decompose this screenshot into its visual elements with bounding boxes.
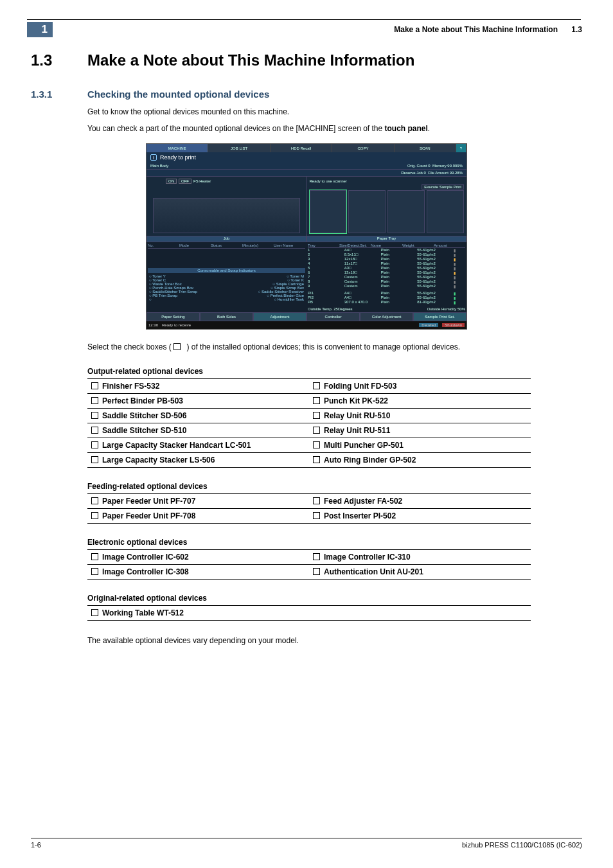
device-label: Image Controller IC-602	[102, 553, 189, 562]
device-cell: Relay Unit RU-511	[309, 423, 531, 438]
device-row: Large Capacity Stacker LS-506Auto Ring B…	[87, 453, 531, 468]
device-checkbox[interactable]	[91, 397, 98, 404]
device-label: Working Table WT-512	[102, 608, 184, 617]
device-cell: Saddle Stitcher SD-510	[87, 423, 309, 438]
device-cell: Feed Adjuster FA-502	[309, 494, 531, 509]
device-row: Saddle Stitcher SD-506Relay Unit RU-510	[87, 409, 531, 423]
device-label: Image Controller IC-310	[324, 553, 411, 562]
ss-tray-row: 9CustomPlain55-61g/m2▮	[308, 284, 465, 288]
device-label: Post Inserter PI-502	[324, 511, 396, 520]
ss-tray-row: PI2A4□Plain55-61g/m2▮	[308, 296, 465, 300]
device-label: Punch Kit PK-522	[324, 396, 388, 405]
h2-title: Checking the mounted optional devices	[87, 89, 269, 100]
device-cell: Punch Kit PK-522	[309, 394, 531, 409]
device-checkbox[interactable]	[91, 512, 98, 519]
device-table: Finisher FS-532Folding Unit FD-503Perfec…	[87, 378, 531, 468]
ss-tab-hddrecall: HDD Recall	[271, 144, 332, 152]
device-checkbox[interactable]	[91, 497, 98, 504]
ss-heater-off: OFF	[179, 179, 191, 184]
device-row: Paper Feeder Unit PF-707Feed Adjuster FA…	[87, 494, 531, 509]
device-cell: Finisher FS-532	[87, 379, 309, 394]
device-checkbox[interactable]	[313, 427, 320, 434]
device-checkbox[interactable]	[313, 456, 320, 463]
ss-btn-both-sides: Both Sides	[200, 312, 253, 321]
device-table: Image Controller IC-602Image Controller …	[87, 549, 531, 580]
device-cell: Folding Unit FD-503	[309, 379, 531, 394]
ss-help-icon: ?	[456, 144, 466, 152]
ss-status-detailed: Detailed	[419, 323, 438, 327]
device-label: Multi Puncher GP-501	[324, 441, 404, 450]
closing-note: The available optional devices vary depe…	[87, 635, 582, 646]
device-label: Paper Feeder Unit PF-708	[102, 511, 195, 520]
device-checkbox[interactable]	[313, 412, 320, 419]
device-checkbox[interactable]	[313, 553, 320, 560]
device-cell: Image Controller IC-308	[87, 565, 309, 580]
device-cell: Post Inserter PI-502	[309, 509, 531, 524]
running-title: Make a Note about This Machine Informati…	[394, 25, 558, 34]
h2-number: 1.3.1	[31, 89, 69, 100]
device-checkbox[interactable]	[313, 397, 320, 404]
chapter-badge: 1	[27, 22, 53, 37]
ss-status-text: Ready to receive	[162, 323, 191, 327]
device-group-label: Electronic optional devices	[87, 538, 582, 547]
ss-btn-adjustment: Adjustment	[253, 312, 306, 321]
ss-tray-row: 312x18□Plain55-61g/m2▮	[308, 257, 465, 261]
ss-heater-on: ON	[166, 179, 177, 184]
ss-status-time: 12:30	[148, 323, 158, 327]
device-checkbox[interactable]	[313, 382, 320, 389]
ss-preview-thumb	[348, 190, 386, 233]
device-checkbox[interactable]	[91, 382, 98, 389]
ss-tray-row: 411x17□Plain55-61g/m2▮	[308, 261, 465, 266]
machine-screen-screenshot: MACHINE JOB LIST HDD Recall COPY SCAN ? …	[146, 143, 467, 330]
device-checkbox[interactable]	[313, 568, 320, 575]
device-checkbox[interactable]	[313, 497, 320, 504]
device-checkbox[interactable]	[91, 568, 98, 575]
device-cell: Saddle Stitcher SD-506	[87, 409, 309, 423]
device-cell: Paper Feeder Unit PF-707	[87, 494, 309, 509]
device-row: Perfect Binder PB-503Punch Kit PK-522	[87, 394, 531, 409]
device-row: Image Controller IC-308Authentication Un…	[87, 565, 531, 580]
device-label: Large Capacity Stacker LS-506	[102, 456, 215, 465]
device-checkbox[interactable]	[91, 456, 98, 463]
device-label: Paper Feeder Unit PF-707	[102, 497, 195, 506]
device-checkbox[interactable]	[91, 412, 98, 419]
device-group-label: Original-related optional devices	[87, 594, 582, 603]
ss-tray-row: PI1A4□Plain55-61g/m2▮	[308, 291, 465, 296]
device-checkbox[interactable]	[91, 609, 98, 616]
device-checkbox[interactable]	[91, 441, 98, 448]
device-group-label: Output-related optional devices	[87, 367, 582, 376]
device-cell: Authentication Unit AU-201	[309, 565, 531, 580]
ss-preview-thumb	[387, 190, 425, 233]
running-header: Make a Note about This Machine Informati…	[394, 25, 582, 34]
device-row: Finisher FS-532Folding Unit FD-503	[87, 379, 531, 394]
ss-tray-row: 5A3□Plain55-61g/m2▮	[308, 266, 465, 270]
ss-preview-thumb	[427, 190, 464, 233]
ss-tray-row: 7CustomPlain55-61g/m2▮	[308, 275, 465, 279]
ss-heater-label: FS Heater	[193, 179, 211, 183]
device-checkbox[interactable]	[91, 427, 98, 434]
intro-p1: Get to know the optional devices mounted…	[87, 106, 582, 118]
ss-btn-color-adjustment: Color Adjustment	[360, 312, 413, 321]
device-cell: Paper Feeder Unit PF-708	[87, 509, 309, 524]
ss-tray-row: 1A4□Plain55-61g/m2▮	[308, 248, 465, 252]
footer-model: bizhub PRESS C1100/C1085 (IC-602)	[462, 841, 582, 849]
device-label: Auto Ring Binder GP-502	[324, 456, 416, 465]
device-label: Saddle Stitcher SD-506	[102, 411, 186, 420]
device-checkbox[interactable]	[313, 441, 320, 448]
device-checkbox[interactable]	[313, 512, 320, 519]
ss-status-shutdown: Shutdown	[442, 323, 465, 327]
device-cell: Multi Puncher GP-501	[309, 438, 531, 453]
device-label: Relay Unit RU-511	[324, 426, 390, 435]
device-row: Image Controller IC-602Image Controller …	[87, 550, 531, 565]
device-checkbox[interactable]	[91, 553, 98, 560]
device-group-label: Feeding-related optional devices	[87, 482, 582, 491]
device-label: Perfect Binder PB-503	[102, 396, 183, 405]
device-label: Saddle Stitcher SD-510	[102, 426, 186, 435]
ss-tray-row: 613x19□Plain55-61g/m2▮	[308, 270, 465, 275]
checkbox-instruction: Select the check boxes ( ) of the instal…	[87, 341, 582, 353]
running-secnum: 1.3	[571, 25, 582, 34]
device-row: Paper Feeder Unit PF-708Post Inserter PI…	[87, 509, 531, 524]
ss-consumable-row: ○ ○ Humidifier Tank	[148, 297, 305, 301]
intro-p2: You can check a part of the mounted opti…	[87, 123, 582, 134]
ss-sample-print-btn: Execute Sample Print	[422, 184, 464, 190]
